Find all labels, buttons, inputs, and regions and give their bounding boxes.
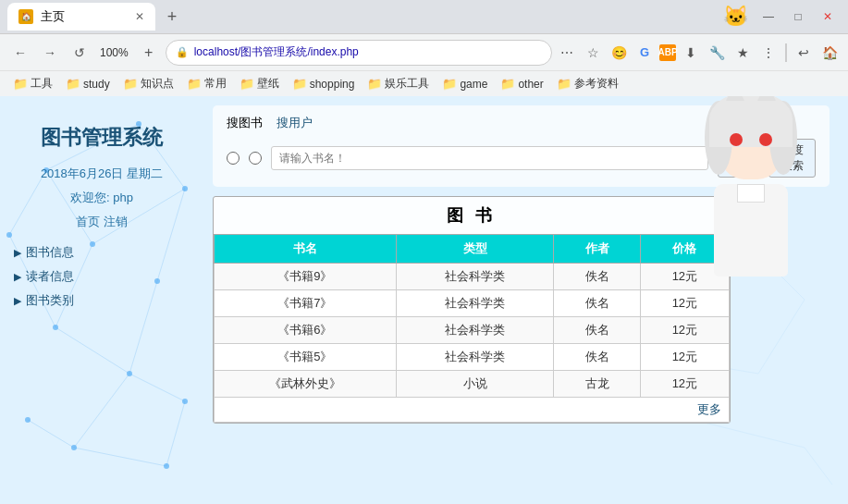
menu-item-label: 图书信息 [26,244,74,261]
table-cell-4-1: 小说 [396,371,554,398]
table-row: 《武林外史》小说古龙12元 [215,371,730,398]
table-cell-0-1: 社会科学类 [396,264,554,290]
bookmark-reference[interactable]: 📁 参考资料 [551,74,624,93]
home-link[interactable]: 首页 [76,215,100,228]
nav-links: 首页 注销 [14,214,190,230]
folder-icon: 📁 [123,77,138,91]
new-tab-button[interactable]: + [159,4,185,30]
bookmark-tools[interactable]: 📁 工具 [7,74,58,93]
table-row: 《书籍9》社会科学类佚名12元 [215,264,730,290]
table-cell-4-0: 《武林外史》 [215,371,397,398]
bookmark-label: study [83,78,110,91]
menu-items: ▶ 图书信息 ▶ 读者信息 ▶ 图书类别 [14,244,190,309]
browser-actions: ⋯ ☆ 😊 G ABP ⬇ 🔧 ★ ⋮ ↩ 🏠 [556,42,841,64]
lock-icon: 🔒 [176,46,189,58]
minimize-button[interactable]: — [756,4,781,30]
extensions-icon[interactable]: ⋯ [556,42,578,64]
adblock-icon[interactable]: ABP [659,44,676,61]
folder-icon: 📁 [442,77,457,91]
radio-option-2[interactable] [249,152,262,165]
col-header-type: 类型 [396,235,554,264]
search-input[interactable] [271,146,708,170]
date-display: 2018年6月26日 星期二 [14,166,190,182]
bookmark-label: 参考资料 [574,76,619,92]
bookmark-other[interactable]: 📁 other [495,75,548,92]
maximize-button[interactable]: □ [785,4,811,30]
address-text: localhost/图书管理系统/index.php [194,44,542,60]
book-table-container: 图 书 书名 类型 作者 价格 《书籍9》社会科学类佚名12元《书籍7》社会科学… [213,196,731,424]
folder-icon: 📁 [66,77,80,91]
sidebar: 图书管理系统 2018年6月26日 星期二 欢迎您: php 首页 注销 ▶ 图… [0,96,203,504]
g-icon[interactable]: G [633,42,656,64]
table-row: 《书籍6》社会科学类佚名12元 [215,317,730,344]
forward-button[interactable]: → [37,40,63,66]
browser-chrome: 🏠 主页 ✕ + 🐱 — □ ✕ ← → ↺ 100% + 🔒 localhos… [0,0,848,96]
table-cell-4-2: 古龙 [554,371,640,398]
tab-bar: 🏠 主页 ✕ + 🐱 — □ ✕ [0,0,848,33]
refresh-button[interactable]: ↺ [67,40,92,66]
menu-item-books[interactable]: ▶ 图书信息 [14,244,190,261]
tab-close-button[interactable]: ✕ [135,10,144,23]
table-cell-1-0: 《书籍7》 [215,290,397,317]
table-cell-3-2: 佚名 [554,344,640,371]
back-button[interactable]: ← [7,40,33,66]
table-cell-1-1: 社会科学类 [396,290,554,317]
bookmark-game[interactable]: 📁 game [436,75,493,92]
table-cell-0-2: 佚名 [554,264,640,290]
menu-item-label: 图书类别 [26,292,74,309]
arrow-icon: ▶ [14,247,21,259]
logout-link[interactable]: 注销 [104,215,128,228]
table-body: 《书籍9》社会科学类佚名12元《书籍7》社会科学类佚名12元《书籍6》社会科学类… [215,264,730,423]
folder-icon: 📁 [292,77,307,91]
more-link[interactable]: 更多 [215,398,730,423]
bookmark-label: other [518,78,543,91]
bookmark-label: 常用 [204,76,227,92]
search-tab-user[interactable]: 搜用户 [277,115,313,131]
bookmark-knowledge[interactable]: 📁 知识点 [117,74,179,93]
address-bar[interactable]: 🔒 localhost/图书管理系统/index.php [166,40,552,66]
table-cell-1-2: 佚名 [554,290,640,317]
settings-icon[interactable]: ⋮ [757,42,780,64]
divider [785,43,787,62]
bookmark-label: 壁纸 [257,76,279,92]
menu-item-readers[interactable]: ▶ 读者信息 [14,268,190,285]
back2-icon[interactable]: ↩ [793,42,815,64]
star-icon[interactable]: ☆ [582,42,604,64]
bookmark-shopping[interactable]: 📁 shopping [287,75,361,92]
emoji-icon[interactable]: 😊 [608,42,630,64]
bookmark-wallpaper[interactable]: 📁 壁纸 [234,74,285,93]
welcome-display: 欢迎您: php [14,190,190,206]
table-header-row: 书名 类型 作者 价格 [215,235,730,264]
zoom-plus-button[interactable]: + [136,40,162,66]
navigation-bar: ← → ↺ 100% + 🔒 localhost/图书管理系统/index.ph… [0,33,848,70]
arrow-icon: ▶ [14,295,21,307]
page-content: 图书管理系统 2018年6月26日 星期二 欢迎您: php 首页 注销 ▶ 图… [0,96,848,504]
radio-option-1[interactable] [227,152,240,165]
radio-circle-2 [249,152,262,165]
close-window-button[interactable]: ✕ [815,4,841,30]
bookmark-label: 娱乐工具 [385,76,429,92]
extension2-icon[interactable]: 🔧 [706,42,728,64]
bookmark-label: 工具 [31,76,53,92]
arrow-icon: ▶ [14,271,21,283]
active-tab[interactable]: 🏠 主页 ✕ [7,3,155,31]
zoom-level: 100% [96,46,132,59]
table-cell-3-0: 《书籍5》 [215,344,397,371]
menu-item-categories[interactable]: ▶ 图书类别 [14,292,190,309]
table-cell-0-0: 《书籍9》 [215,264,397,290]
folder-icon: 📁 [557,77,571,91]
more-row[interactable]: 更多 [215,398,730,423]
home-icon[interactable]: 🏠 [818,42,841,64]
radio-circle-1 [227,152,240,165]
bookmarks-bar: 📁 工具 📁 study 📁 知识点 📁 常用 📁 壁纸 📁 shopping … [0,70,848,96]
tab-favicon: 🏠 [18,9,33,24]
bookmark-study[interactable]: 📁 study [60,75,116,92]
bookmark-entertainment[interactable]: 📁 娱乐工具 [362,74,435,93]
search-tab-book[interactable]: 搜图书 [227,115,263,131]
download-icon[interactable]: ⬇ [680,42,702,64]
folder-icon: 📁 [367,77,382,91]
tab-label: 主页 [41,8,128,25]
bookmark-common[interactable]: 📁 常用 [181,74,232,93]
site-title: 图书管理系统 [14,124,190,152]
bookmark-star-icon[interactable]: ★ [731,42,754,64]
